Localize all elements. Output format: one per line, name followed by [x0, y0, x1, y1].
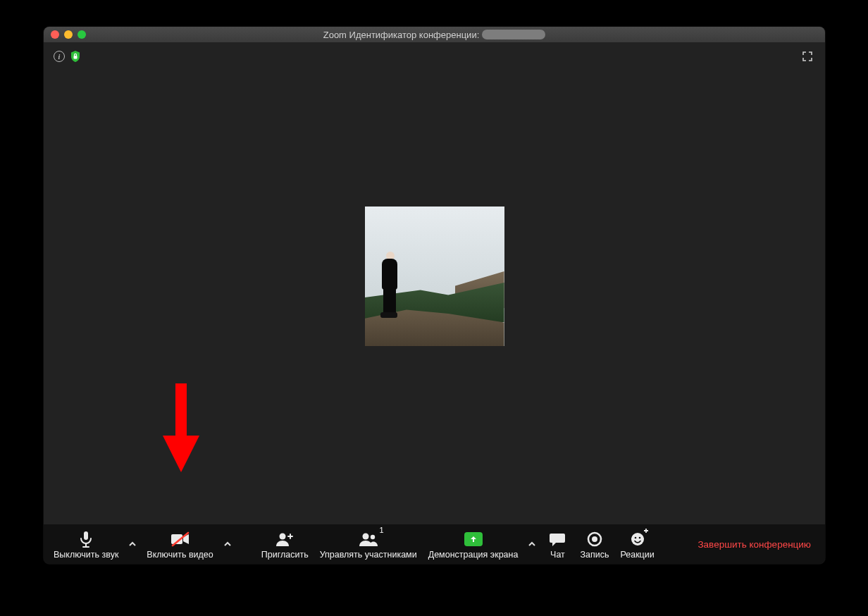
participants-label: Управлять участниками: [320, 550, 417, 560]
svg-rect-4: [85, 543, 87, 546]
video-camera-off-icon: [170, 530, 190, 548]
participants-count-badge: 1: [380, 526, 384, 534]
svg-point-11: [370, 535, 374, 539]
share-options-caret[interactable]: [523, 524, 540, 564]
mute-label: Выключить звук: [54, 550, 118, 560]
share-label: Демонстрация экрана: [428, 550, 519, 560]
video-label: Включить видео: [147, 550, 213, 560]
svg-point-9: [280, 534, 286, 540]
start-video-button[interactable]: Включить видео: [141, 529, 218, 560]
participants-icon: 1: [359, 530, 378, 548]
window-zoom-button[interactable]: [78, 30, 86, 39]
encryption-shield-icon[interactable]: [70, 51, 80, 62]
annotation-arrow-icon: [160, 383, 202, 475]
reactions-button[interactable]: Реакции: [614, 529, 659, 560]
chat-label: Чат: [550, 550, 565, 560]
enter-fullscreen-button[interactable]: [800, 49, 815, 64]
record-button[interactable]: Запись: [574, 529, 614, 560]
meeting-info-icon[interactable]: i: [54, 51, 65, 62]
microphone-icon: [78, 530, 94, 548]
record-icon: [587, 530, 602, 548]
chat-button[interactable]: Чат: [540, 529, 574, 560]
reactions-label: Реакции: [620, 550, 654, 560]
window-minimize-button[interactable]: [64, 30, 73, 39]
participants-button[interactable]: 1 Управлять участниками: [314, 529, 423, 560]
reactions-smiley-icon: [630, 530, 645, 548]
record-label: Запись: [580, 550, 609, 560]
traffic-lights: [44, 30, 86, 39]
window-close-button[interactable]: [51, 30, 59, 39]
meeting-toolbar: Выключить звук Включить видео: [44, 524, 825, 564]
invite-button[interactable]: Пригласить: [256, 529, 314, 560]
mute-button[interactable]: Выключить звук: [48, 529, 124, 560]
svg-point-14: [631, 533, 644, 546]
window-title-text: Zoom Идентификатор конференции:: [323, 30, 480, 40]
window-title: Zoom Идентификатор конференции:: [44, 30, 825, 40]
end-meeting-label: Завершить конференцию: [698, 539, 811, 550]
svg-rect-1: [175, 383, 187, 438]
window-titlebar: Zoom Идентификатор конференции:: [44, 27, 825, 42]
invite-label: Пригласить: [261, 550, 309, 560]
end-meeting-button[interactable]: Завершить конференцию: [698, 539, 821, 550]
zoom-meeting-window: Zoom Идентификатор конференции: i: [44, 27, 825, 564]
svg-point-10: [362, 534, 368, 540]
svg-rect-0: [74, 56, 78, 59]
svg-marker-2: [163, 436, 199, 472]
audio-options-caret[interactable]: [124, 524, 141, 564]
svg-rect-5: [82, 546, 89, 548]
share-screen-icon: [464, 532, 483, 546]
svg-point-15: [634, 537, 636, 539]
svg-point-16: [638, 537, 640, 539]
video-stage: [44, 70, 825, 524]
participant-avatar: [365, 207, 504, 346]
chat-bubble-icon: [549, 530, 566, 548]
svg-rect-3: [84, 531, 88, 540]
svg-point-13: [592, 536, 597, 542]
video-options-caret[interactable]: [219, 524, 236, 564]
meeting-topbar: i: [44, 42, 825, 70]
invite-person-icon: [275, 530, 294, 548]
share-screen-button[interactable]: Демонстрация экрана: [423, 529, 524, 560]
meeting-id-redacted: [482, 30, 545, 39]
